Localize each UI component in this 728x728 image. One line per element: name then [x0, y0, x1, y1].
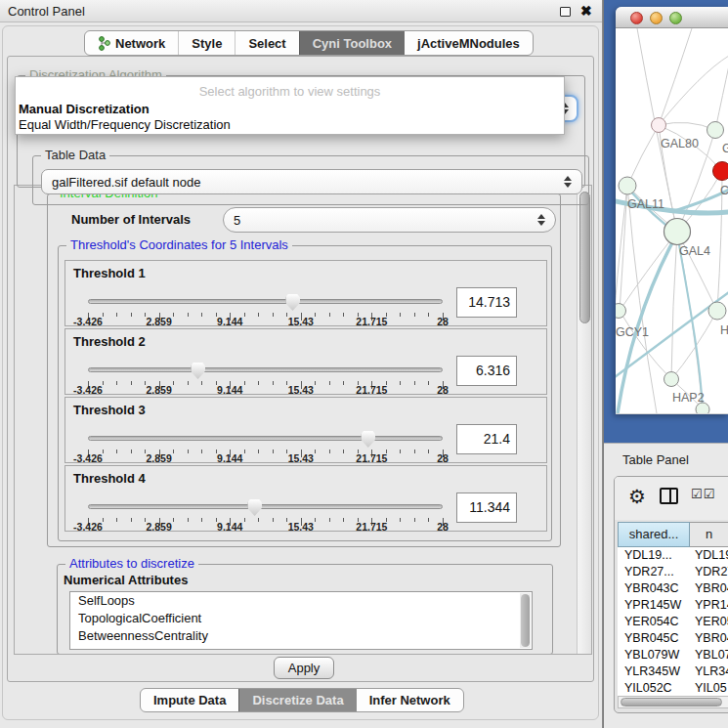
table-cell[interactable]: YIL052C [618, 680, 690, 696]
slider-thumb-icon[interactable] [191, 363, 205, 379]
settings-scrollbar-thumb[interactable] [579, 192, 590, 323]
table-row[interactable]: YBR045CYBR04 [618, 630, 728, 647]
node-label-partial-g: G [722, 142, 728, 155]
table-cell[interactable]: YBR045C [618, 630, 690, 647]
node-gal4[interactable] [664, 219, 691, 245]
tick-label: -3.426 [73, 316, 103, 327]
threshold-value-field[interactable]: 21.4 [456, 424, 517, 454]
node-gcy1[interactable] [616, 304, 626, 319]
network-canvas[interactable]: GAL80 G C GAL11 GAL4 GCY1 H HAP2 [616, 28, 728, 413]
table-cell[interactable]: YBL079W [618, 647, 690, 664]
table-cell[interactable]: YLR345W [618, 664, 690, 680]
list-item[interactable]: SelfLoops [70, 592, 532, 610]
slider-track[interactable] [88, 299, 443, 304]
threshold-value-field[interactable]: 11.344 [456, 492, 517, 523]
list-scrollbar[interactable] [520, 593, 531, 648]
zoom-traffic-light-icon[interactable] [669, 12, 682, 24]
table-row[interactable]: YER054CYER05 [618, 614, 728, 630]
tab-cyni-toolbox[interactable]: Cyni Toolbox [299, 31, 405, 55]
slider-track[interactable] [88, 504, 443, 509]
minimize-traffic-light-icon[interactable] [650, 12, 663, 24]
threshold-slider[interactable] [88, 294, 443, 312]
columns-icon[interactable] [660, 488, 678, 504]
table-cell[interactable]: YER05 [690, 614, 728, 630]
table-cell[interactable]: YDL19... [618, 547, 690, 564]
node-red-selected[interactable] [713, 162, 728, 181]
select-checkboxes-icon[interactable]: ☑☑ [691, 487, 715, 501]
table-row[interactable]: YBR043CYBR04 [618, 580, 728, 597]
tab-jactivemnodules[interactable]: jActiveMNodules [405, 31, 533, 55]
table-cell[interactable]: YDR27... [618, 564, 690, 580]
threshold-slider[interactable] [88, 499, 443, 517]
bottom-tab-bar: Impute Data Discretize Data Infer Networ… [140, 688, 464, 712]
table-row[interactable]: YDR27...YDR27 [618, 564, 728, 580]
table-data-combobox[interactable]: galFiltered.sif default node [41, 169, 582, 194]
numerical-attributes-list[interactable]: SelfLoops TopologicalCoefficient Between… [69, 591, 533, 650]
column-header-name[interactable]: n [690, 522, 728, 547]
table-row[interactable]: YBL079WYBL07 [618, 647, 728, 664]
popup-option-equal-width[interactable]: Equal Width/Frequency Discretization [19, 117, 231, 132]
table-data-group: Table Data galFiltered.sif default node [32, 155, 589, 205]
table-cell[interactable]: YIL05 [690, 680, 728, 696]
tick-label: 21.715 [356, 521, 387, 533]
tab-style[interactable]: Style [178, 31, 235, 55]
table-cell[interactable]: YPR14 [690, 597, 728, 614]
table-row[interactable]: YIL052CYIL05 [618, 680, 728, 696]
tab-network[interactable]: Network [85, 31, 178, 55]
gear-icon[interactable]: ⚙ [628, 485, 646, 508]
table-row[interactable]: YLR345WYLR34 [618, 664, 728, 680]
table-cell[interactable]: YPR145W [618, 597, 690, 614]
table-cell[interactable]: YBL07 [690, 647, 728, 664]
tab-infer-network[interactable]: Infer Network [357, 689, 463, 711]
table-cell[interactable]: YDL19 [690, 547, 728, 564]
slider-thumb-icon[interactable] [247, 499, 262, 516]
list-item[interactable]: BetweennessCentrality [70, 627, 532, 645]
tab-impute-data[interactable]: Impute Data [141, 689, 238, 711]
list-item[interactable]: TopologicalCoefficient [70, 610, 532, 627]
network-view-window[interactable]: GAL80 G C GAL11 GAL4 GCY1 H HAP2 [616, 7, 728, 414]
number-of-intervals-combobox[interactable]: 5 [223, 207, 556, 233]
table-cell[interactable]: YER054C [618, 614, 690, 630]
threshold-slider[interactable] [88, 431, 443, 449]
column-header-shared-name[interactable]: shared... [618, 522, 690, 547]
table-cell[interactable]: YBR043C [618, 580, 690, 597]
slider-thumb-icon[interactable] [361, 431, 375, 448]
node-gal11[interactable] [619, 177, 636, 194]
threshold-slider[interactable] [88, 363, 443, 380]
table-horizontal-scrollbar[interactable] [618, 696, 728, 708]
table-cell[interactable]: YDR27 [690, 564, 728, 580]
slider-track[interactable] [88, 367, 443, 372]
threshold-label: Threshold 1 [73, 266, 146, 280]
node-hap2[interactable] [664, 372, 679, 387]
list-scrollbar-thumb[interactable] [521, 594, 530, 647]
settings-scrollpane: Interval Definition Number of Intervals … [14, 185, 592, 655]
threshold-value-field[interactable]: 6.316 [456, 356, 517, 386]
slider-thumb-icon[interactable] [285, 294, 300, 311]
table-row[interactable]: YDL19...YDL19 [618, 547, 728, 564]
table-row[interactable]: YPR145WYPR14 [618, 597, 728, 614]
float-window-icon[interactable] [560, 7, 571, 17]
node-partial-top-right[interactable] [707, 122, 724, 139]
close-icon[interactable]: ✖ [580, 3, 592, 19]
threshold-panel-4: Threshold 4-3.4262.8599.14415.4321.71528… [64, 465, 547, 532]
slider-track[interactable] [88, 436, 443, 441]
threshold-label: Threshold 2 [73, 334, 146, 349]
threshold-value-field[interactable]: 14.713 [456, 287, 517, 318]
table-cell[interactable]: YBR04 [690, 630, 728, 647]
network-window-titlebar[interactable] [616, 7, 728, 28]
table-cell[interactable]: YLR34 [690, 664, 728, 680]
apply-button[interactable]: Apply [274, 657, 334, 679]
settings-vertical-scrollbar[interactable] [577, 186, 591, 654]
close-traffic-light-icon[interactable] [630, 12, 643, 24]
node-gal80[interactable] [652, 118, 666, 133]
table-hscrollbar-thumb[interactable] [621, 698, 722, 707]
popup-option-manual[interactable]: Manual Discretization [19, 102, 150, 116]
number-of-intervals-label: Number of Intervals [71, 212, 191, 227]
tab-discretize-data[interactable]: Discretize Data [238, 689, 356, 711]
table-cell[interactable]: YBR04 [690, 580, 728, 597]
table-data-title: Table Data [41, 149, 109, 162]
node-h-partial[interactable] [708, 302, 726, 320]
tab-select[interactable]: Select [235, 31, 298, 55]
node-label-gcy1: GCY1 [616, 325, 649, 339]
number-of-intervals-value: 5 [234, 213, 240, 228]
